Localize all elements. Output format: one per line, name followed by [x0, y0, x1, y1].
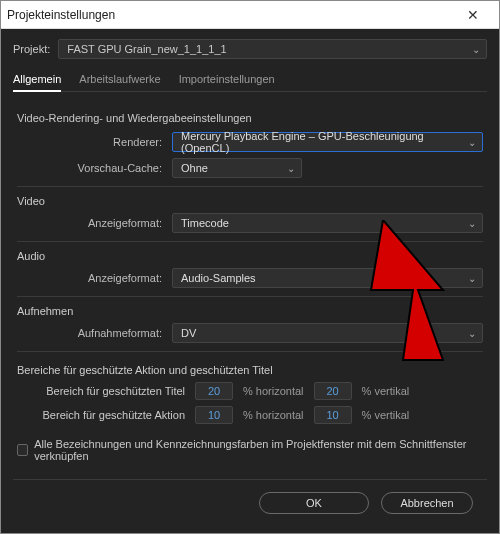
- chevron-down-icon: ⌄: [472, 44, 480, 55]
- capture-format-label: Aufnahmeformat:: [17, 327, 172, 339]
- video-section: Video Anzeigeformat: Timecode ⌄: [17, 186, 483, 233]
- cache-label: Vorschau-Cache:: [17, 162, 172, 174]
- dialog-content: Projekt: FAST GPU Grain_new_1_1_1_1 ⌄ Al…: [1, 29, 499, 533]
- audio-format-select[interactable]: Audio-Samples ⌄: [172, 268, 483, 288]
- window-title: Projekteinstellungen: [7, 8, 453, 22]
- cancel-button[interactable]: Abbrechen: [381, 492, 473, 514]
- panel-general: Video-Rendering- und Wiedergabeeinstellu…: [13, 96, 487, 473]
- chevron-down-icon: ⌄: [468, 273, 476, 284]
- chevron-down-icon: ⌄: [287, 163, 295, 174]
- tab-general[interactable]: Allgemein: [13, 69, 61, 91]
- titlebar: Projekteinstellungen ✕: [1, 1, 499, 29]
- render-section-title: Video-Rendering- und Wiedergabeeinstellu…: [17, 112, 483, 124]
- cache-select[interactable]: Ohne ⌄: [172, 158, 302, 178]
- project-row: Projekt: FAST GPU Grain_new_1_1_1_1 ⌄: [13, 39, 487, 59]
- capture-heading: Aufnehmen: [17, 305, 483, 317]
- audio-heading: Audio: [17, 250, 483, 262]
- unit-horizontal: % horizontal: [243, 409, 304, 421]
- safe-action-row: Bereich für geschützte Aktion 10 % horiz…: [17, 406, 483, 424]
- cache-value: Ohne: [181, 162, 208, 174]
- link-colors-label: Alle Bezeichnungen und Kennzeichnungsfar…: [34, 438, 483, 462]
- capture-format-value: DV: [181, 327, 196, 339]
- safe-title-v-input[interactable]: 20: [314, 382, 352, 400]
- dialog-footer: OK Abbrechen: [13, 479, 487, 525]
- safe-action-v-input[interactable]: 10: [314, 406, 352, 424]
- capture-format-row: Aufnahmeformat: DV ⌄: [17, 323, 483, 343]
- safe-title-row: Bereich für geschützten Titel 20 % horiz…: [17, 382, 483, 400]
- unit-horizontal: % horizontal: [243, 385, 304, 397]
- safe-section: Bereiche für geschützte Aktion und gesch…: [17, 351, 483, 424]
- capture-section: Aufnehmen Aufnahmeformat: DV ⌄: [17, 296, 483, 343]
- renderer-select[interactable]: Mercury Playback Engine – GPU-Beschleuni…: [172, 132, 483, 152]
- tab-import[interactable]: Importeinstellungen: [179, 69, 275, 91]
- video-format-label: Anzeigeformat:: [17, 217, 172, 229]
- chevron-down-icon: ⌄: [468, 328, 476, 339]
- video-heading: Video: [17, 195, 483, 207]
- safe-title: Bereiche für geschützte Aktion und gesch…: [17, 364, 483, 376]
- dialog-window: Projekteinstellungen ✕ Projekt: FAST GPU…: [0, 0, 500, 534]
- safe-action-h-input[interactable]: 10: [195, 406, 233, 424]
- chevron-down-icon: ⌄: [468, 137, 476, 148]
- renderer-row: Renderer: Mercury Playback Engine – GPU-…: [17, 132, 483, 152]
- project-select[interactable]: FAST GPU Grain_new_1_1_1_1 ⌄: [58, 39, 487, 59]
- link-colors-row: Alle Bezeichnungen und Kennzeichnungsfar…: [17, 438, 483, 462]
- cache-row: Vorschau-Cache: Ohne ⌄: [17, 158, 483, 178]
- link-colors-checkbox[interactable]: [17, 444, 28, 456]
- capture-format-select[interactable]: DV ⌄: [172, 323, 483, 343]
- audio-format-label: Anzeigeformat:: [17, 272, 172, 284]
- renderer-label: Renderer:: [17, 136, 172, 148]
- safe-action-label: Bereich für geschützte Aktion: [17, 409, 185, 421]
- close-icon[interactable]: ✕: [453, 7, 493, 23]
- audio-format-value: Audio-Samples: [181, 272, 256, 284]
- ok-button[interactable]: OK: [259, 492, 369, 514]
- safe-title-h-input[interactable]: 20: [195, 382, 233, 400]
- tabs: Allgemein Arbeitslaufwerke Importeinstel…: [13, 69, 487, 92]
- project-value: FAST GPU Grain_new_1_1_1_1: [67, 43, 226, 55]
- unit-vertical: % vertikal: [362, 409, 410, 421]
- unit-vertical: % vertikal: [362, 385, 410, 397]
- audio-section: Audio Anzeigeformat: Audio-Samples ⌄: [17, 241, 483, 288]
- video-format-select[interactable]: Timecode ⌄: [172, 213, 483, 233]
- project-label: Projekt:: [13, 43, 50, 55]
- video-format-row: Anzeigeformat: Timecode ⌄: [17, 213, 483, 233]
- chevron-down-icon: ⌄: [468, 218, 476, 229]
- safe-title-label: Bereich für geschützten Titel: [17, 385, 185, 397]
- renderer-value: Mercury Playback Engine – GPU-Beschleuni…: [181, 130, 474, 154]
- tab-scratch[interactable]: Arbeitslaufwerke: [79, 69, 160, 91]
- audio-format-row: Anzeigeformat: Audio-Samples ⌄: [17, 268, 483, 288]
- video-format-value: Timecode: [181, 217, 229, 229]
